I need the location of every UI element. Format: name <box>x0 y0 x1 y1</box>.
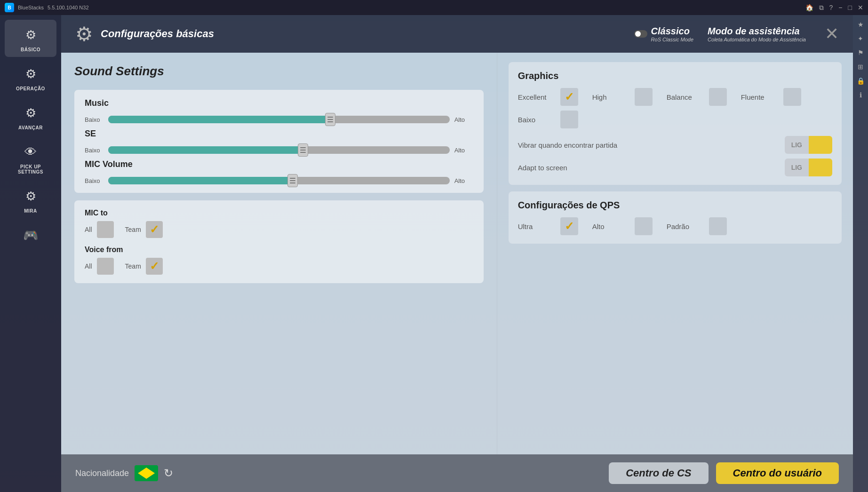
music-low-label: Baixo <box>85 116 104 123</box>
se-label: SE <box>85 129 473 139</box>
sidebar-icon-1[interactable]: ★ <box>855 19 866 30</box>
voice-from-team-label: Team <box>125 262 141 270</box>
bluestacks-logo: B <box>5 3 14 12</box>
se-high-label: Alto <box>454 147 473 154</box>
operacao-icon: ⚙ <box>20 63 41 84</box>
header-title: Configurações básicas <box>101 28 214 40</box>
fluente-checkbox[interactable] <box>783 88 801 106</box>
titlebar-home-btn[interactable]: 🏠 <box>805 4 813 12</box>
sidebar-icon-3[interactable]: ⚑ <box>855 47 866 58</box>
se-low-label: Baixo <box>85 147 104 154</box>
nationality-label: Nacionalidade <box>75 468 129 478</box>
baixo-checkbox[interactable] <box>560 111 578 128</box>
adapt-toggle[interactable]: LIG <box>785 159 832 176</box>
handle-line-1 <box>327 117 333 118</box>
ultra-option: Ultra ✓ <box>518 217 578 235</box>
ultra-checkbox[interactable]: ✓ <box>560 217 578 235</box>
excellent-option: Excellent ✓ <box>518 88 578 106</box>
sidebar-icon-6[interactable]: ℹ <box>855 89 866 101</box>
voice-from-team-checkmark: ✓ <box>150 260 159 273</box>
titlebar-help-btn[interactable]: ? <box>829 4 833 12</box>
se-slider-handle[interactable] <box>298 143 308 157</box>
voice-from-team-checkbox[interactable]: ✓ <box>146 258 163 275</box>
music-slider-handle[interactable] <box>325 113 335 126</box>
padrao-option: Padrão <box>667 217 727 235</box>
se-slider-track[interactable] <box>108 146 450 154</box>
sidebar-item-avancar[interactable]: ⚙ AVANÇAR <box>5 98 56 135</box>
music-slider-fill <box>108 116 330 123</box>
padrao-label: Padrão <box>667 222 704 230</box>
mic-volume-label: MIC Volume <box>85 159 473 169</box>
mic-to-team-checkbox[interactable]: ✓ <box>146 221 163 238</box>
sidebar-icon-2[interactable]: ✦ <box>855 33 866 44</box>
alto-qps-checkbox[interactable] <box>635 217 653 235</box>
header-modes: Clássico RoS Classic Mode Modo de assist… <box>634 26 806 42</box>
mode-assistencia[interactable]: Modo de assistência Coleta Automática do… <box>708 26 806 42</box>
main-panel: ⚙ Configurações básicas Clássico RoS Cla… <box>61 15 853 492</box>
handle-line-3 <box>290 183 295 183</box>
high-label: High <box>592 93 630 101</box>
mode-classico[interactable]: Clássico RoS Classic Mode <box>634 26 693 42</box>
titlebar-window-btn[interactable]: ⧉ <box>819 4 824 12</box>
titlebar: B BlueStacks 5.5.100.1040 N32 🏠 ⧉ ? − □ … <box>0 0 868 15</box>
music-slider-track[interactable] <box>108 116 450 123</box>
sidebar-item-operacao[interactable]: ⚙ OPERAÇÃO <box>5 59 56 96</box>
mic-slider-track[interactable] <box>108 177 450 184</box>
handle-line-2 <box>290 180 295 181</box>
handle-line-2 <box>327 119 333 120</box>
sidebar-item-basico[interactable]: ⚙ BÁSICO <box>5 20 56 57</box>
sidebar-item-gamepad[interactable]: 🎮 <box>5 220 56 250</box>
music-slider-row: Baixo Alto <box>85 116 473 123</box>
titlebar-restore-btn[interactable]: □ <box>848 4 852 12</box>
graphics-options: Excellent ✓ High Balance <box>518 88 832 128</box>
mira-icon: ⚙ <box>20 186 41 206</box>
voice-from-all-label: All <box>85 262 92 270</box>
fluente-option: Fluente <box>741 88 801 106</box>
classico-desc: RoS Classic Mode <box>651 37 693 42</box>
handle-line-3 <box>327 121 333 122</box>
handle-line-1 <box>290 178 295 179</box>
sidebar-item-mira[interactable]: ⚙ MIRA <box>5 181 56 218</box>
balance-checkbox[interactable] <box>709 88 727 106</box>
vibrar-toggle[interactable]: LIG <box>785 136 832 154</box>
handle-line-1 <box>300 147 306 148</box>
vibrar-toggle-row: Vibrar quando encontrar partida LIG <box>518 136 832 154</box>
mic-slider-handle[interactable] <box>287 174 298 187</box>
centro-cs-button[interactable]: Centro de CS <box>609 462 708 484</box>
refresh-icon[interactable]: ↻ <box>164 467 173 480</box>
sidebar-icon-5[interactable]: 🔒 <box>855 75 866 87</box>
qps-title: Configurações de QPS <box>518 200 832 211</box>
right-sidebar: ★ ✦ ⚑ ⊞ 🔒 ℹ <box>853 15 868 492</box>
classico-radio[interactable] <box>634 30 647 38</box>
classico-radio-dot <box>635 31 641 37</box>
voice-from-team-option: Team ✓ <box>125 258 163 275</box>
alto-qps-option: Alto <box>592 217 653 235</box>
centro-usuario-button[interactable]: Centro do usuário <box>716 462 839 484</box>
adapt-on <box>809 159 832 176</box>
classico-info: Clássico RoS Classic Mode <box>651 26 693 42</box>
settings-gear-icon: ⚙ <box>75 23 93 46</box>
mic-high-label: Alto <box>454 177 473 184</box>
voice-from-all-checkbox[interactable] <box>97 258 114 275</box>
mic-to-all-checkbox[interactable] <box>97 221 114 238</box>
mic-to-all-label: All <box>85 226 92 233</box>
sound-settings-title: Sound Settings <box>74 64 484 79</box>
adapt-lig: LIG <box>785 159 809 176</box>
adapt-label: Adapt to screen <box>518 164 567 172</box>
ultra-checkmark: ✓ <box>565 220 574 233</box>
left-nav: ⚙ BÁSICO ⚙ OPERAÇÃO ⚙ AVANÇAR 👁 PICK UP … <box>0 15 61 492</box>
graphics-title: Graphics <box>518 71 832 81</box>
high-checkbox[interactable] <box>635 88 653 106</box>
mic-low-label: Baixo <box>85 177 104 184</box>
excellent-checkbox[interactable]: ✓ <box>560 88 578 106</box>
mic-to-team-label: Team <box>125 226 141 233</box>
sidebar-icon-4[interactable]: ⊞ <box>855 61 866 72</box>
titlebar-minimize-btn[interactable]: − <box>838 4 842 12</box>
dialog-close-btn[interactable]: ✕ <box>825 25 839 42</box>
baixo-option: Baixo <box>518 111 578 128</box>
padrao-checkbox[interactable] <box>709 217 727 235</box>
sidebar-item-pickup[interactable]: 👁 PICK UP SETTINGS <box>5 137 56 179</box>
flag-diamond <box>138 468 155 479</box>
titlebar-close-btn[interactable]: ✕ <box>858 4 863 12</box>
se-slider-row: Baixo Alto <box>85 146 473 154</box>
